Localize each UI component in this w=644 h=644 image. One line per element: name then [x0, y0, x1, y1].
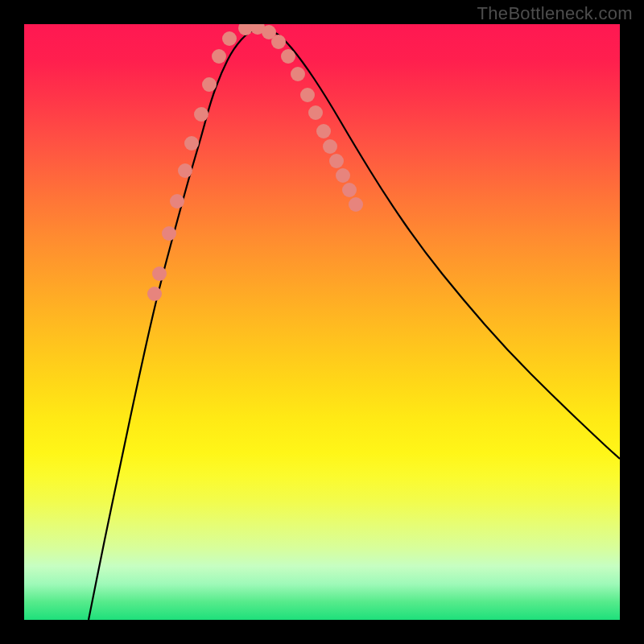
data-dot [342, 183, 357, 197]
data-dot [316, 124, 331, 138]
bottleneck-curve-svg [24, 24, 620, 620]
data-dot [271, 35, 286, 49]
chart-frame: TheBottleneck.com [0, 0, 644, 644]
data-dot [349, 197, 363, 212]
data-dot [336, 168, 350, 183]
watermark-text: TheBottleneck.com [477, 3, 633, 24]
data-dot [152, 266, 167, 281]
data-dot [202, 77, 217, 92]
data-dot [212, 49, 226, 64]
data-dot [184, 136, 199, 151]
data-dot [281, 49, 295, 64]
data-dot [178, 163, 192, 178]
data-dot [194, 107, 208, 122]
data-dot [170, 194, 184, 208]
data-dot [329, 154, 344, 168]
data-dot [162, 226, 176, 241]
data-dot [300, 88, 315, 102]
plot-area [24, 24, 620, 620]
data-dots [147, 24, 363, 301]
data-dot [222, 31, 237, 46]
data-dot [323, 139, 337, 154]
data-dot [147, 287, 162, 301]
data-dot [291, 67, 305, 81]
data-dot [308, 105, 323, 120]
bottleneck-curve [89, 28, 620, 620]
